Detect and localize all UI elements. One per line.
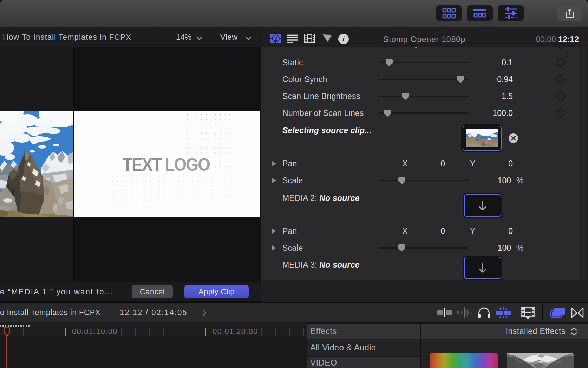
svg-text:2: 2 — [274, 36, 277, 42]
